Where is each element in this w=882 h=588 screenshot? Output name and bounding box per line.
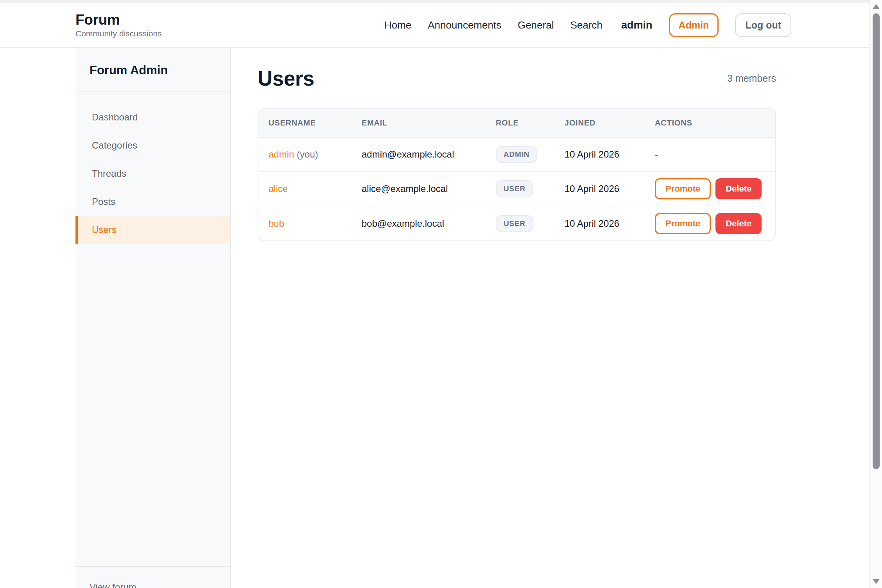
site-header: Forum Community discussions Home Announc… (0, 3, 869, 48)
brand-title: Forum (75, 12, 162, 29)
header-username: admin (621, 19, 653, 31)
joined-date: 10 April 2026 (554, 137, 645, 172)
sidebar-title: Forum Admin (75, 48, 230, 92)
header-nav: Home Announcements General Search admin … (384, 13, 791, 37)
no-actions-dash: - (655, 149, 658, 160)
role-badge-user: USER (496, 215, 533, 232)
actions-cell: - (645, 137, 775, 172)
scroll-up-icon[interactable] (873, 4, 880, 9)
col-header-role: ROLE (486, 109, 554, 137)
users-table-card: USERNAME EMAIL ROLE JOINED ACTIONS admin… (258, 108, 776, 241)
user-email: bob@example.local (351, 206, 486, 240)
scrollbar-thumb[interactable] (873, 13, 880, 469)
scroll-down-icon[interactable] (873, 579, 880, 584)
delete-button[interactable]: Delete (715, 178, 762, 199)
nav-link-general[interactable]: General (518, 19, 554, 31)
actions-cell: PromoteDelete (645, 206, 775, 240)
nav-link-home[interactable]: Home (384, 19, 411, 31)
promote-button[interactable]: Promote (655, 213, 711, 234)
nav-link-search[interactable]: Search (570, 19, 602, 31)
actions-cell: PromoteDelete (645, 172, 775, 206)
brand-subtitle: Community discussions (75, 29, 162, 38)
role-badge-user: USER (496, 180, 533, 197)
admin-sidebar: Forum Admin Dashboard Categories Threads… (75, 48, 231, 588)
member-count: 3 members (727, 73, 776, 84)
sidebar-item-posts[interactable]: Posts (75, 188, 230, 216)
you-suffix: (you) (294, 149, 318, 160)
delete-button[interactable]: Delete (715, 213, 762, 234)
main-content: Users 3 members USERNAME EMAIL ROLE JOIN… (233, 48, 869, 588)
user-email: alice@example.local (351, 172, 486, 206)
sidebar-item-dashboard[interactable]: Dashboard (75, 103, 230, 131)
sidebar-nav: Dashboard Categories Threads Posts Users (75, 92, 230, 244)
col-header-actions: ACTIONS (645, 109, 775, 137)
admin-button[interactable]: Admin (669, 13, 719, 37)
promote-button[interactable]: Promote (655, 178, 711, 199)
window-top-edge (0, 0, 869, 3)
sidebar-item-users[interactable]: Users (75, 216, 230, 244)
table-row: admin (you) admin@example.local ADMIN 10… (258, 137, 775, 172)
col-header-email: EMAIL (351, 109, 486, 137)
user-link-alice[interactable]: alice (269, 183, 288, 194)
username-cell: alice (258, 172, 351, 206)
page-head: Users 3 members (258, 66, 776, 90)
users-table: USERNAME EMAIL ROLE JOINED ACTIONS admin… (258, 109, 775, 240)
col-header-joined: JOINED (554, 109, 645, 137)
nav-link-announcements[interactable]: Announcements (428, 19, 501, 31)
user-link-bob[interactable]: bob (269, 218, 284, 229)
username-cell: bob (258, 206, 351, 240)
joined-date: 10 April 2026 (554, 172, 645, 206)
sidebar-item-threads[interactable]: Threads (75, 160, 230, 188)
logout-button[interactable]: Log out (735, 13, 791, 37)
sidebar-item-categories[interactable]: Categories (75, 131, 230, 160)
table-header-row: USERNAME EMAIL ROLE JOINED ACTIONS (258, 109, 775, 137)
role-cell: ADMIN (486, 137, 554, 172)
role-cell: USER (486, 206, 554, 240)
sidebar-footer: View forum (75, 566, 230, 588)
user-email: admin@example.local (351, 137, 486, 172)
role-badge-admin: ADMIN (496, 146, 537, 163)
user-link-admin[interactable]: admin (269, 149, 294, 160)
table-row: alice alice@example.local USER 10 April … (258, 172, 775, 206)
scrollbar[interactable] (869, 0, 882, 588)
joined-date: 10 April 2026 (554, 206, 645, 240)
brand: Forum Community discussions (75, 12, 162, 39)
page-title: Users (258, 66, 314, 90)
col-header-username: USERNAME (258, 109, 351, 137)
username-cell: admin (you) (258, 137, 351, 172)
role-cell: USER (486, 172, 554, 206)
table-row: bob bob@example.local USER 10 April 2026… (258, 206, 775, 240)
view-forum-link[interactable]: View forum (90, 582, 136, 588)
